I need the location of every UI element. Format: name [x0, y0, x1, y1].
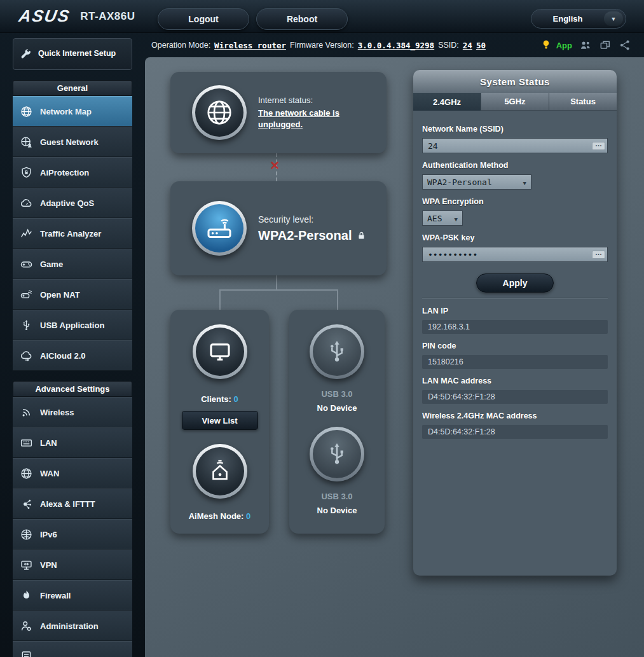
gamepad-icon	[20, 258, 33, 271]
internet-status-message: The network cable is unplugged.	[258, 107, 373, 130]
usb2-button[interactable]	[310, 427, 364, 481]
usb2-title: USB 3.0	[321, 492, 352, 501]
wpa-encryption-label: WPA Encryption	[422, 197, 608, 206]
sidebar-item-aicloud[interactable]: AiCloud 2.0	[13, 340, 132, 371]
sidebar-item-vpn[interactable]: VPN	[13, 550, 132, 580]
language-value: English	[531, 14, 604, 24]
sidebar-item-administration[interactable]: Administration	[13, 611, 132, 641]
operation-mode-link[interactable]: Wireless router	[214, 41, 286, 50]
system-status-title: System Status	[413, 70, 617, 93]
language-selector[interactable]: English	[531, 9, 626, 29]
wpa-encryption-select[interactable]: AES	[422, 211, 463, 226]
antenna-icon	[20, 406, 33, 419]
sidebar-item-adaptive-qos[interactable]: Adaptive QoS	[13, 188, 132, 218]
lan-mac-value: D4:5D:64:32:F1:28	[422, 390, 608, 404]
sidebar-item-alexa-ifttt[interactable]: Alexa & IFTTT	[13, 488, 132, 519]
sidebar-item-wan[interactable]: WAN	[13, 458, 132, 488]
open-nat-icon	[20, 288, 33, 301]
sidebar-item-firewall[interactable]: Firewall	[13, 580, 132, 611]
sidebar-item-label: VPN	[40, 560, 57, 570]
sidebar-item-traffic-analyzer[interactable]: Traffic Analyzer	[13, 218, 132, 249]
globe-icon	[20, 105, 33, 118]
usb-card: USB 3.0 No Device USB 3.0 No Device	[289, 310, 385, 534]
sidebar-item-ipv6[interactable]: IPv6	[13, 519, 132, 550]
pin-code-value: 15180216	[422, 355, 608, 369]
clients-count: 0	[234, 394, 238, 404]
usb-icon	[324, 441, 350, 467]
section-header-general: General	[13, 80, 132, 96]
aimesh-button[interactable]	[193, 444, 247, 499]
sidebar-item-label: Firewall	[40, 591, 71, 600]
lan-ip-value: 192.168.3.1	[422, 320, 608, 334]
tab-5ghz[interactable]: 5GHz	[481, 93, 549, 111]
clients-button[interactable]	[193, 324, 247, 379]
ssid-24ghz-link[interactable]: 24	[463, 41, 472, 50]
app-bulb-icon[interactable]	[540, 39, 552, 52]
divider	[422, 298, 608, 299]
firmware-link[interactable]: 3.0.0.4.384_9298	[358, 41, 434, 50]
ssid-input[interactable]	[428, 141, 589, 151]
sidebar-item-label: Traffic Analyzer	[40, 229, 101, 239]
wpa-psk-input[interactable]	[428, 250, 589, 259]
auth-method-select[interactable]: WPA2-Personal	[422, 174, 531, 190]
quick-internet-setup-label: Quick Internet Setup	[38, 49, 116, 59]
log-icon	[20, 650, 33, 657]
sidebar-item-open-nat[interactable]: Open NAT	[13, 279, 132, 310]
quick-internet-setup-button[interactable]: Quick Internet Setup	[13, 38, 132, 70]
ssid-label: SSID:	[438, 41, 459, 50]
guest-network-icon	[20, 135, 33, 149]
sidebar-item-game[interactable]: Game	[13, 249, 132, 279]
wpa-psk-field	[422, 247, 608, 262]
asus-logo[interactable]: ASUS	[17, 6, 72, 26]
tab-2-4ghz[interactable]: 2.4GHz	[413, 93, 481, 111]
network-share-icon[interactable]	[619, 39, 631, 52]
apply-button[interactable]: Apply	[476, 273, 554, 293]
usb1-button[interactable]	[310, 324, 364, 379]
view-list-button[interactable]: View List	[182, 411, 258, 430]
sidebar-item-label: Guest Network	[40, 137, 99, 147]
sidebar-item-lan[interactable]: LAN	[13, 427, 132, 458]
app-link[interactable]: App	[556, 41, 572, 50]
sidebar-item-label: LAN	[40, 438, 57, 448]
sidebar-item-aiprotection[interactable]: AiProtection	[13, 157, 132, 188]
usb2-status: No Device	[317, 506, 357, 515]
cloud-gauge-icon	[20, 197, 33, 210]
router-button[interactable]	[192, 201, 247, 256]
reboot-button[interactable]: Reboot	[256, 8, 348, 30]
internet-globe-button[interactable]	[192, 85, 247, 140]
sidebar-item-label: Wireless	[40, 408, 74, 417]
sidebar-item-partial[interactable]	[13, 641, 132, 657]
clients-count-row: Clients: 0	[201, 394, 238, 404]
ssid-field	[422, 138, 608, 153]
logout-button[interactable]: Logout	[158, 8, 249, 30]
clients-status-icon[interactable]	[579, 39, 592, 52]
sidebar: Quick Internet Setup General Network Map…	[13, 38, 132, 657]
ssid-5ghz-link[interactable]: 50	[476, 41, 486, 50]
sidebar-item-label: Open NAT	[40, 290, 80, 300]
sidebar-item-label: Administration	[40, 621, 99, 631]
psk-more-icon[interactable]	[592, 251, 605, 259]
sidebar-item-label: WAN	[40, 469, 59, 478]
globe-icon	[205, 98, 234, 127]
waveform-icon	[20, 227, 33, 240]
tab-status[interactable]: Status	[549, 93, 617, 111]
sidebar-item-label: Game	[40, 259, 63, 269]
ssid-more-icon[interactable]	[592, 142, 605, 150]
firmware-label: Firmware Version:	[290, 41, 354, 50]
system-status-tabs: 2.4GHz 5GHz Status	[413, 93, 617, 111]
sidebar-item-guest-network[interactable]: Guest Network	[13, 127, 132, 157]
connector-usb	[337, 289, 338, 310]
auth-method-label: Authentication Method	[422, 161, 608, 170]
lan-mac-label: LAN MAC address	[422, 377, 608, 385]
shield-icon	[20, 166, 33, 179]
wpa-psk-label: WPA-PSK key	[422, 233, 608, 242]
connected-nodes-icon	[20, 497, 33, 511]
aimesh-label: AiMesh Node:	[189, 511, 244, 521]
sidebar-item-usb-application[interactable]: USB Application	[13, 310, 132, 340]
connector-clients	[219, 289, 221, 310]
sidebar-item-network-map[interactable]: Network Map	[13, 96, 132, 127]
status-bar: Operation Mode: Wireless router Firmware…	[145, 33, 644, 57]
sidebar-item-wireless[interactable]: Wireless	[13, 397, 132, 427]
disconnected-x-icon	[270, 158, 279, 173]
windows-copy-icon[interactable]	[599, 39, 612, 52]
